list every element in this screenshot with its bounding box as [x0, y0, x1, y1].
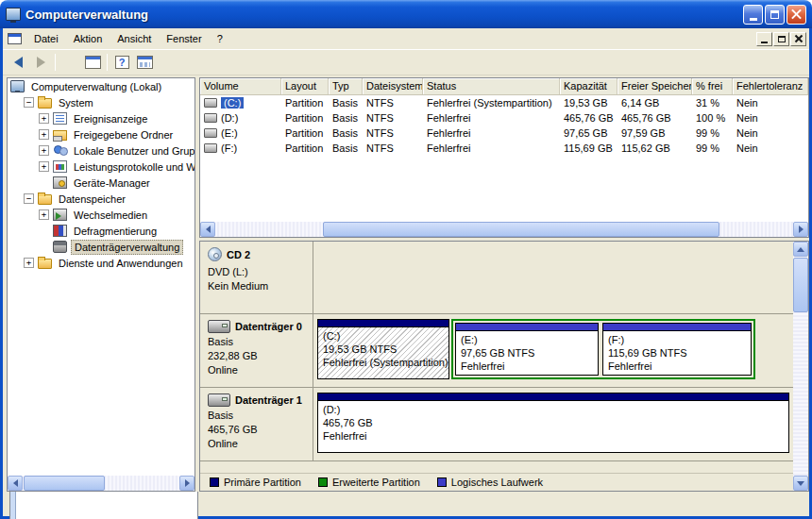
mdi-restore-button[interactable] [773, 32, 789, 46]
scroll-thumb[interactable] [24, 476, 105, 491]
volume-label: (C:) [221, 97, 244, 109]
forward-button[interactable] [29, 52, 52, 73]
scroll-right-button[interactable] [179, 476, 195, 491]
cell-typ: Basis [329, 112, 363, 124]
partition-size: 115,69 GB NTFS [608, 346, 746, 360]
sidebar-item-label: Datenspeicher [56, 193, 128, 206]
column-header-layout[interactable]: Layout [281, 78, 329, 94]
scroll-up-button[interactable] [793, 242, 808, 257]
volume-table-header: Volume Layout Typ Dateisystem Status Kap… [200, 78, 808, 95]
scroll-left-button[interactable] [200, 222, 215, 237]
column-header-dateisystem[interactable]: Dateisystem [363, 78, 423, 94]
sidebar-item-computerverwaltung[interactable]: Computerverwaltung (Lokal) [8, 78, 195, 94]
maximize-icon [770, 10, 779, 19]
expand-expander[interactable]: + [39, 161, 49, 172]
collapse-expander[interactable]: − [24, 193, 34, 204]
scroll-thumb[interactable] [323, 222, 719, 237]
column-header-prozent-frei[interactable]: % frei [692, 78, 733, 94]
graphical-view-content: CD 2 DVD (L:) Kein Medium Datenträger 0 … [200, 242, 793, 473]
computer-icon [10, 80, 25, 92]
sidebar-item-label: Lokale Benutzer und Gruppen [71, 144, 195, 158]
column-header-kapazitaet[interactable]: Kapazität [560, 78, 617, 94]
tree-horizontal-scrollbar[interactable] [8, 476, 195, 491]
disk1-info[interactable]: Datenträger 1 Basis 465,76 GB Online [200, 388, 313, 460]
sidebar-item-freigegebene-ordner[interactable]: + Freigegebene Ordner [8, 126, 195, 142]
console-tree: Computerverwaltung (Lokal) − System + Er… [7, 77, 195, 492]
partition-d[interactable]: (D:) 465,76 GB Fehlerfrei [317, 393, 789, 453]
cell-fehlertoleranz: Nein [733, 142, 808, 154]
event-viewer-icon [53, 112, 67, 125]
menu-fenster[interactable]: Fenster [159, 30, 209, 47]
disk0-row[interactable]: Datenträger 0 Basis 232,88 GB Online (C:… [200, 314, 793, 388]
sidebar-item-defragmentierung[interactable]: Defragmentierung [8, 223, 195, 239]
cd-drive-info[interactable]: CD 2 DVD (L:) Kein Medium [200, 242, 313, 313]
scroll-thumb[interactable] [793, 258, 808, 312]
menu-aktion[interactable]: Aktion [66, 30, 110, 47]
expand-expander[interactable]: + [39, 113, 49, 124]
sidebar-item-wechselmedien[interactable]: + Wechselmedien [8, 207, 195, 223]
table-row-c[interactable]: (C:) Partition Basis NTFS Fehlerfrei (Sy… [200, 95, 808, 110]
table-row-f[interactable]: (F:) Partition Basis NTFS Fehlerfrei 115… [200, 141, 808, 156]
sidebar-item-leistungsprotokolle[interactable]: + Leistungsprotokolle und Warnungen [8, 159, 195, 175]
legend-item-primaer: Primäre Partition [210, 477, 301, 488]
menu-ansicht[interactable]: Ansicht [110, 30, 159, 47]
disk0-info[interactable]: Datenträger 0 Basis 232,88 GB Online [200, 314, 313, 387]
sidebar-item-datenspeicher[interactable]: − Datenspeicher [8, 191, 195, 207]
cd-strip-area [313, 242, 793, 313]
scroll-right-button[interactable] [793, 222, 808, 237]
sidebar-item-system[interactable]: − System [8, 94, 195, 110]
cell-dateisystem: NTFS [363, 127, 423, 139]
column-header-volume[interactable]: Volume [200, 78, 281, 94]
expand-expander[interactable]: + [39, 209, 49, 220]
table-row-e[interactable]: (E:) Partition Basis NTFS Fehlerfrei 97,… [200, 126, 808, 141]
menu-hilfe[interactable]: ? [210, 30, 230, 47]
collapse-expander[interactable]: − [24, 97, 34, 108]
scroll-right-icon [799, 226, 804, 233]
cell-typ: Basis [329, 97, 363, 109]
mdi-close-button[interactable] [790, 32, 806, 46]
cd-drive-row[interactable]: CD 2 DVD (L:) Kein Medium [200, 242, 793, 314]
close-button[interactable] [787, 5, 806, 25]
column-header-fehlertoleranz[interactable]: Fehlertoleranz [733, 78, 808, 94]
menu-bar: Datei Aktion Ansicht Fenster ? [3, 28, 809, 50]
expand-expander[interactable]: + [39, 145, 49, 156]
users-icon [53, 144, 67, 157]
table-row-d[interactable]: (D:) Partition Basis NTFS Fehlerfrei 465… [200, 110, 808, 126]
partition-f[interactable]: (F:) 115,69 GB NTFS Fehlerfrei [602, 323, 752, 376]
cell-prozent-frei: 99 % [692, 127, 733, 139]
column-header-status[interactable]: Status [423, 78, 560, 94]
sidebar-item-ereignisanzeige[interactable]: + Ereignisanzeige [8, 110, 195, 126]
sidebar-item-lokale-benutzer[interactable]: + Lokale Benutzer und Gruppen [8, 142, 195, 159]
partition-e[interactable]: (E:) 97,65 GB NTFS Fehlerfrei [455, 323, 599, 376]
maximize-button[interactable] [765, 5, 785, 25]
cell-kapazitaet: 97,65 GB [560, 127, 617, 139]
mdi-minimize-button[interactable] [756, 32, 772, 46]
sidebar-item-dienste[interactable]: + Dienste und Anwendungen [8, 255, 195, 271]
help-button[interactable]: ? [110, 52, 133, 73]
volume-list-horizontal-scrollbar[interactable] [200, 222, 808, 237]
scroll-left-button[interactable] [8, 476, 23, 491]
sidebar-item-datentraegerverwaltung[interactable]: Datenträgerverwaltung [8, 239, 195, 255]
cell-layout: Partition [281, 127, 329, 139]
legend-label: Primäre Partition [224, 477, 301, 488]
menu-datei[interactable]: Datei [26, 30, 66, 47]
show-tree-button[interactable] [59, 52, 81, 73]
partition-c[interactable]: (C:) 19,53 GB NTFS Fehlerfrei (Systempar… [317, 319, 449, 379]
properties-button[interactable] [81, 52, 104, 73]
graphical-view-vertical-scrollbar[interactable] [793, 242, 808, 491]
column-header-typ[interactable]: Typ [329, 78, 363, 94]
expand-expander[interactable]: + [39, 129, 49, 140]
scroll-down-button[interactable] [793, 476, 808, 491]
cd-media-status: Kein Medium [208, 279, 305, 293]
minimize-button[interactable] [743, 5, 763, 25]
volume-icon [204, 113, 217, 123]
back-button[interactable] [7, 52, 29, 73]
expand-expander[interactable]: + [24, 258, 34, 268]
column-header-freier-speicher[interactable]: Freier Speicher [617, 78, 692, 94]
sidebar-item-geraete-manager[interactable]: Geräte-Manager [8, 175, 195, 191]
views-button[interactable] [133, 52, 156, 73]
device-manager-icon [53, 176, 67, 189]
logical-drive-swatch [437, 477, 447, 487]
disk1-row[interactable]: Datenträger 1 Basis 465,76 GB Online (D:… [200, 388, 793, 461]
cd-icon [208, 247, 222, 261]
